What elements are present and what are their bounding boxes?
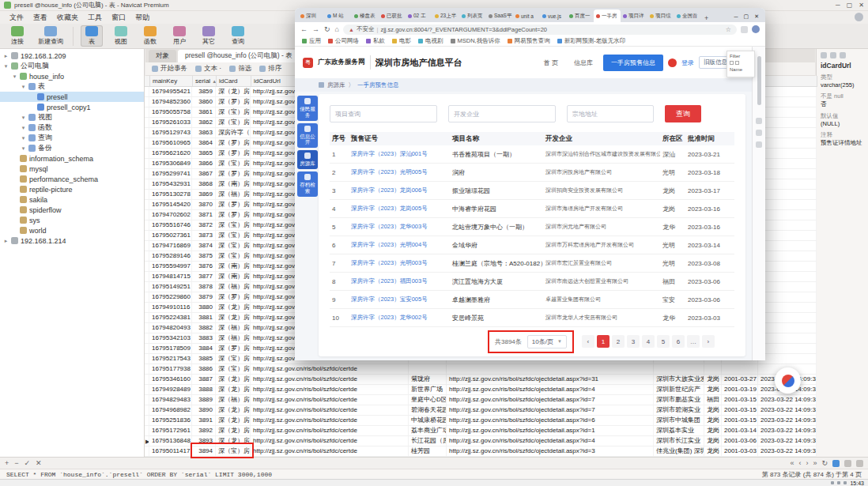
browser-tab-2[interactable]: 楼盘表 [352,9,379,22]
rail-icon[interactable] [756,141,762,148]
table-toolbar-btn-1[interactable]: 文本 · [195,64,221,73]
preview-icon[interactable] [840,52,846,58]
browser-side-rail[interactable] [752,47,765,360]
permit-row[interactable]: 8深房许字（2023）福田003号滨江置地海方大厦深圳市南远达大创想置业有限公司… [330,273,734,291]
tree-item-14[interactable]: sakila [0,194,144,205]
menu-item-1[interactable]: 查看 [28,12,52,24]
grid-view-icon[interactable] [832,460,840,467]
windows-taskbar[interactable]: 15:43 [0,479,868,486]
toolbar-views[interactable]: 视图 [110,25,132,47]
tree-item-8[interactable]: ▾查询 [0,133,144,143]
bookmark-4[interactable]: 电视剧 [418,37,443,45]
page-prev[interactable]: ‹ [582,335,594,348]
checkbox[interactable] [730,61,734,65]
table-row[interactable]: 167949689823890深（龙）房字http://zjj.sz.gov.c… [145,405,817,416]
browser-tab-12[interactable]: 项目详 [621,9,647,22]
add-record-icon[interactable]: + [5,459,9,467]
table-toolbar-btn-0[interactable]: 开始事务 [152,64,187,73]
tree-toggle-icon[interactable]: ▸ [3,53,9,59]
permit-row[interactable]: 4深房许字（2023）龙岗005号中海睿学府花园深圳市海璟房地产开发有限公司龙岗… [330,200,734,218]
tab-objects[interactable]: 对象 [149,50,176,62]
browser-tab-4[interactable]: 02 工 [406,9,432,22]
browser-tab-10[interactable]: 百度一 [567,9,594,22]
sidebar-tile-2[interactable]: 房源库 [297,150,318,169]
permit-row[interactable]: 9深房许字（2023）宝安005号卓越澜墨雅府卓越置业集团有限公司宝安2023-… [330,291,734,309]
tree-item-11[interactable]: mysql [0,164,144,174]
browser-tab-3[interactable]: 已获批 [379,9,406,22]
permit-row[interactable]: 7深房许字（2023）光明003号桂澜兰庭（宗地号：A520-0182）深圳市宏… [330,254,734,273]
home-icon[interactable]: ⌂ [335,25,339,33]
menu-item-5[interactable]: 帮助 [130,12,154,24]
menu-item-2[interactable]: 收藏夹 [52,12,83,24]
extensions-icon[interactable] [741,26,748,33]
tree-item-9[interactable]: ▾备份 [0,143,144,153]
browser-maximize-icon[interactable]: ▢ [744,13,749,20]
refresh-icon[interactable]: ↻ [821,459,828,467]
minimize-icon[interactable]: ─ [836,2,840,9]
site-nav-2[interactable]: 一手房预售信息 [603,55,663,71]
page-ellipsis[interactable]: … [687,335,700,348]
bookmark-5[interactable]: MSDN,我告诉你 [451,37,500,45]
site-nav-1[interactable]: 信息库 [568,56,598,70]
tree-item-18[interactable]: ▸192.168.1.214 [0,235,144,246]
bookmark-0[interactable]: 应用 [302,37,321,45]
table-row[interactable]: 167949284893888深（龙）房字http://zjj.sz.gov.c… [145,385,817,395]
browser-minimize-icon[interactable]: ─ [734,14,738,20]
tree-toggle-icon[interactable]: ▾ [12,73,17,80]
page-2[interactable]: 2 [612,335,625,348]
navicat-account-avatar[interactable] [855,13,863,21]
delete-record-icon[interactable]: − [14,459,18,467]
tree-toggle-icon[interactable]: ▾ [21,125,26,131]
tree-item-13[interactable]: reptile-picture [0,184,144,194]
tree-item-5[interactable]: presell_copy1 [0,102,144,112]
tree-toggle-icon[interactable]: ▾ [21,84,26,90]
page-1[interactable]: 1 [597,335,609,348]
table-row[interactable]: 167951779383886深（宝）房字http://zjj.sz.gov.c… [145,364,817,375]
forward-icon[interactable]: → [312,25,319,33]
tree-toggle-icon[interactable]: ▸ [3,238,9,244]
bookmark-6[interactable]: 网易预售查询 [508,37,550,45]
page-5[interactable]: 5 [657,335,670,348]
service-badge-icon[interactable] [668,58,677,67]
close-icon[interactable]: ✕ [859,2,864,9]
tree-item-15[interactable]: spiderflow [0,205,144,215]
tree-toggle-icon[interactable]: ▾ [21,145,26,152]
next-record-icon[interactable]: › [806,459,808,467]
tray-icon[interactable] [843,481,847,484]
page-6[interactable]: 6 [672,335,685,348]
browser-profile-avatar[interactable] [752,25,760,33]
tray-icon[interactable] [837,481,840,484]
toolbar-query[interactable]: 查询 [227,25,249,47]
tab-presell-table[interactable]: presell @house_info (公司电脑) - 表 [178,50,300,62]
floating-assistant-widget[interactable] [775,367,801,394]
reload-icon[interactable]: ↻ [324,25,330,33]
permit-row[interactable]: 5深房许字（2023）龙华003号北站壹境万象中心（一期）深圳市润元地产有限公司… [330,218,734,236]
tree-item-4[interactable]: presell [0,92,144,102]
tree-item-0[interactable]: ▸192.168.1.209 [0,51,144,61]
grid-header-cell-3[interactable]: idCard [217,76,251,86]
rail-icon[interactable] [756,130,762,136]
tree-toggle-icon[interactable]: ▾ [3,63,9,70]
permit-row[interactable]: 3深房许字（2023）龙岗006号振业瑞璟花园深圳招商安业投资发展有限公司龙岗2… [330,182,734,200]
tree-item-1[interactable]: ▾公司电脑 [0,61,144,71]
breadcrumb-root[interactable]: 房源库 [327,81,345,89]
grid-header-cell-1[interactable]: mainKey [150,76,193,86]
menu-item-4[interactable]: 窗口 [107,12,130,24]
sidebar-tile-1[interactable]: 信息公开 [297,123,318,149]
browser-tab-13[interactable]: 项目综 [647,9,674,22]
tray-icon[interactable] [831,481,834,484]
url-text[interactable]: zjj.sz.gov.cn:8004/?_EVENTARGUMENT=3&ddl… [380,26,547,33]
cancel-record-icon[interactable]: ✕ [36,459,42,467]
browser-tab-14[interactable]: 全国首 [674,9,701,22]
toolbar-new-query[interactable]: 新建查询 [36,25,66,47]
browser-close-icon[interactable]: ✕ [754,13,759,20]
browser-tab-9[interactable]: vue.js [540,9,567,22]
scrollbar-thumb[interactable] [757,56,761,105]
browser-tab-0[interactable]: 深圳 [298,9,325,22]
menu-item-3[interactable]: 工具 [83,12,107,24]
back-icon[interactable]: ← [300,25,308,33]
bookmark-star-icon[interactable]: ☆ [726,26,731,33]
table-row[interactable]: 167952518363891深（龙）房字http://zjj.sz.gov.c… [145,416,817,426]
page-next[interactable]: › [702,335,715,348]
table-row[interactable]: 167950114173894深（宝）房字http://zjj.sz.gov.c… [145,446,817,457]
